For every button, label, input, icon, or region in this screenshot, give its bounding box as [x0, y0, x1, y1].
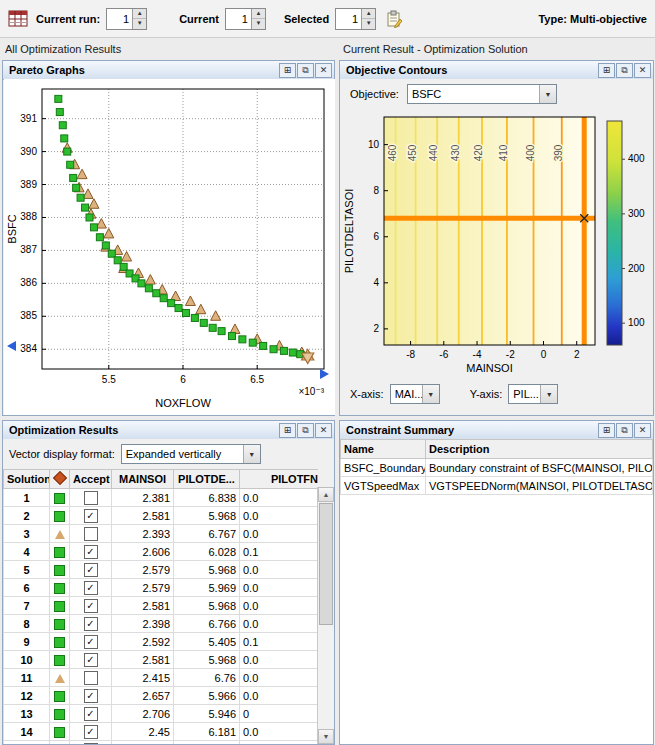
accept-checkbox[interactable]: ✓ — [84, 617, 98, 631]
current-spinner[interactable]: ▲ ▼ — [225, 8, 266, 30]
solution-cell[interactable]: 8 — [4, 615, 50, 633]
col-solution[interactable]: Solution — [4, 470, 50, 489]
mainsoi-cell[interactable]: 2.415 — [112, 669, 174, 687]
col-marker[interactable] — [50, 470, 70, 489]
table-row[interactable]: 4✓2.6066.0280.1 — [4, 543, 319, 561]
mainsoi-cell[interactable]: 2.581 — [112, 597, 174, 615]
pilotfn-cell[interactable]: 0.1 — [240, 633, 319, 651]
mainsoi-cell[interactable]: 2.398 — [112, 615, 174, 633]
objective-select[interactable]: BSFC ▼ — [407, 84, 557, 104]
col-accept[interactable]: Accept — [70, 470, 112, 489]
constraint-row[interactable]: VGTSpeedMaxVGTSPEEDNorm(MAINSOI, PILOTDE… — [341, 477, 653, 495]
table-row[interactable]: 112.4156.760.0 — [4, 669, 319, 687]
maximize-button[interactable]: ⧉ — [616, 423, 633, 438]
maximize-button[interactable]: ⧉ — [616, 63, 633, 78]
table-row[interactable]: 12.3816.8380.0 — [4, 489, 319, 507]
pilotdeltasoi-cell[interactable]: 5.968 — [174, 597, 240, 615]
pilotfn-cell[interactable]: 0 — [240, 705, 319, 723]
pilotdeltasoi-cell[interactable]: 5.946 — [174, 705, 240, 723]
vector-display-select[interactable]: Expanded vertically ▼ — [121, 444, 261, 464]
col-name[interactable]: Name — [341, 440, 426, 459]
constraint-row[interactable]: BSFC_BoundaryBoundary constraint of BSFC… — [341, 459, 653, 477]
table-row[interactable]: 8✓2.3986.7660.0 — [4, 615, 319, 633]
scrollbar[interactable]: ▲ ▼ — [317, 487, 334, 744]
col-pilotdeltasoi[interactable]: PILOTDE... — [174, 470, 240, 489]
accept-checkbox[interactable]: ✓ — [84, 563, 98, 577]
pilotdeltasoi-cell[interactable]: 6.028 — [174, 543, 240, 561]
pilotdeltasoi-cell[interactable]: 6.76 — [174, 669, 240, 687]
solution-cell[interactable]: 6 — [4, 579, 50, 597]
accept-checkbox[interactable] — [84, 527, 98, 541]
pilotfn-cell[interactable]: 0.0 — [240, 741, 319, 745]
current-run-input[interactable] — [107, 9, 132, 29]
mainsoi-cell[interactable]: 2.45 — [112, 723, 174, 741]
pilotfn-cell[interactable]: 0.0 — [240, 489, 319, 507]
accept-checkbox[interactable]: ✓ — [84, 509, 98, 523]
close-button[interactable]: ✕ — [634, 423, 651, 438]
chevron-down-icon[interactable]: ▼ — [243, 445, 260, 463]
mainsoi-cell[interactable]: 2.657 — [112, 687, 174, 705]
accept-solution-icon[interactable] — [386, 10, 402, 28]
maximize-button[interactable]: ⧉ — [297, 63, 314, 78]
selected-input[interactable] — [336, 9, 361, 29]
pilotfn-cell[interactable]: 0.0 — [240, 507, 319, 525]
pilotfn-cell[interactable]: 0.0 — [240, 687, 319, 705]
pilotfn-cell[interactable]: 0.1 — [240, 543, 319, 561]
pilotfn-cell[interactable]: 0.0 — [240, 525, 319, 543]
pilotdeltasoi-cell[interactable]: 5.968 — [174, 651, 240, 669]
constraint-name-cell[interactable]: VGTSpeedMax — [341, 477, 426, 495]
x-axis-select[interactable]: MAI... ▼ — [390, 384, 440, 404]
pilotfn-cell[interactable]: 0.0 — [240, 597, 319, 615]
accept-checkbox[interactable]: ✓ — [84, 725, 98, 739]
pilotfn-cell[interactable]: 0.0 — [240, 723, 319, 741]
accept-checkbox[interactable]: ✓ — [84, 743, 98, 744]
solution-cell[interactable]: 2 — [4, 507, 50, 525]
y-axis-select[interactable]: PIL... ▼ — [508, 384, 558, 404]
table-row[interactable]: 12✓2.6575.9660.0 — [4, 687, 319, 705]
table-row[interactable]: 14✓2.456.1810.0 — [4, 723, 319, 741]
accept-checkbox[interactable] — [84, 491, 98, 505]
mainsoi-cell[interactable]: 2.579 — [112, 579, 174, 597]
constraint-description-cell[interactable]: VGTSPEEDNorm(MAINSOI, PILOTDELTASOI, — [426, 477, 653, 495]
col-description[interactable]: Description — [426, 440, 653, 459]
pilotdeltasoi-cell[interactable]: 6.838 — [174, 489, 240, 507]
current-run-spinner[interactable]: ▲ ▼ — [106, 8, 147, 30]
spin-up-icon[interactable]: ▲ — [252, 9, 265, 20]
pilotdeltasoi-cell[interactable]: 5.969 — [174, 579, 240, 597]
close-button[interactable]: ✕ — [315, 63, 332, 78]
chevron-down-icon[interactable]: ▼ — [540, 385, 557, 403]
solution-cell[interactable]: 13 — [4, 705, 50, 723]
col-mainsoi[interactable]: MAINSOI — [112, 470, 174, 489]
table-row[interactable]: 7✓2.5815.9680.0 — [4, 597, 319, 615]
accept-checkbox[interactable]: ✓ — [84, 635, 98, 649]
pilotfn-cell[interactable]: 0.0 — [240, 669, 319, 687]
current-input[interactable] — [226, 9, 251, 29]
pilotdeltasoi-cell[interactable]: 6.767 — [174, 525, 240, 543]
dock-button[interactable]: ⊞ — [598, 63, 615, 78]
selected-spinner[interactable]: ▲ ▼ — [335, 8, 376, 30]
scroll-thumb[interactable] — [319, 503, 333, 625]
mainsoi-cell[interactable]: 2.579 — [112, 561, 174, 579]
spin-down-icon[interactable]: ▼ — [362, 19, 375, 29]
table-row[interactable]: 6✓2.5795.9690.0 — [4, 579, 319, 597]
solution-cell[interactable]: 4 — [4, 543, 50, 561]
accept-checkbox[interactable]: ✓ — [84, 545, 98, 559]
pilotdeltasoi-cell[interactable]: 5.405 — [174, 633, 240, 651]
table-row[interactable]: 5✓2.5795.9680.0 — [4, 561, 319, 579]
pilotdeltasoi-cell[interactable]: 6.766 — [174, 615, 240, 633]
spin-down-icon[interactable]: ▼ — [133, 19, 146, 29]
contour-chart[interactable]: 460450440430420410400390-8-6-4-202246810… — [340, 109, 653, 379]
solution-cell[interactable]: 9 — [4, 633, 50, 651]
close-button[interactable]: ✕ — [315, 423, 332, 438]
dock-button[interactable]: ⊞ — [279, 423, 296, 438]
mainsoi-cell[interactable]: 2.706 — [112, 705, 174, 723]
accept-checkbox[interactable]: ✓ — [84, 581, 98, 595]
solution-cell[interactable]: 1 — [4, 489, 50, 507]
pilotfn-cell[interactable]: 0.0 — [240, 561, 319, 579]
table-row[interactable]: 32.3936.7670.0 — [4, 525, 319, 543]
chevron-down-icon[interactable]: ▼ — [422, 385, 439, 403]
constraint-description-cell[interactable]: Boundary constraint of BSFC(MAINSOI, PIL… — [426, 459, 653, 477]
pilotdeltasoi-cell[interactable]: 5.968 — [174, 561, 240, 579]
mainsoi-cell[interactable]: 2.398 — [112, 741, 174, 745]
pilotfn-cell[interactable]: 0.0 — [240, 651, 319, 669]
